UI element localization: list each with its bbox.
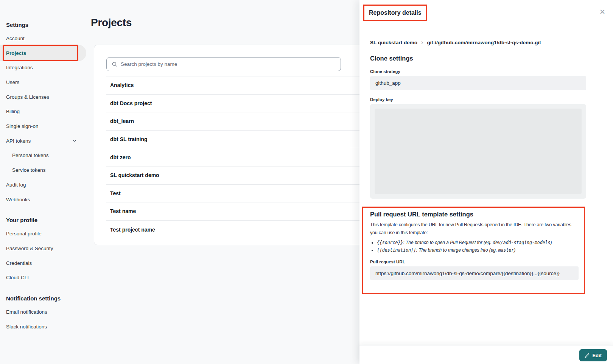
sidebar-item[interactable]: API tokens xyxy=(0,134,86,148)
pr-variable-text-end: ) xyxy=(514,247,515,253)
project-name: SL quickstart demo xyxy=(110,172,159,178)
sidebar-profile-list: Personal profile Password & Security Cre… xyxy=(0,226,91,285)
pr-variable-text: : The branch to merge changes into (eg. xyxy=(416,247,498,253)
clone-strategy-field[interactable]: github_app xyxy=(370,76,586,90)
deploy-key-textarea xyxy=(375,109,582,194)
sidebar-item[interactable]: Single sign-on xyxy=(0,119,86,134)
search-icon xyxy=(112,61,117,67)
pr-template-description: This template configures the URL for new… xyxy=(370,221,579,237)
pr-template-heading: Pull request URL template settings xyxy=(370,211,579,218)
sidebar-item[interactable]: Integrations xyxy=(0,61,86,75)
chevron-down-icon[interactable] xyxy=(72,138,77,143)
sidebar-item-label: Users xyxy=(6,79,19,85)
pr-url-label: Pull request URL xyxy=(370,260,579,264)
sidebar-item-label: Groups & Licenses xyxy=(6,94,49,100)
sidebar-item[interactable]: Service tokens xyxy=(0,163,86,177)
pr-variable-item: {{destination}}: The branch to merge cha… xyxy=(377,247,579,254)
sidebar-item-label: Slack notifications xyxy=(6,324,47,330)
pr-variable-list: {{source}}: The branch to open a Pull Re… xyxy=(370,240,579,254)
pr-variable-text-end: ) xyxy=(550,240,552,245)
pr-variable-item: {{source}}: The branch to open a Pull Re… xyxy=(377,240,579,246)
project-name: dbt Docs project xyxy=(110,100,152,106)
sidebar-item-label: Password & Security xyxy=(6,246,53,251)
sidebar-item[interactable]: Billing xyxy=(0,104,86,119)
project-name: Test project name xyxy=(110,227,155,233)
edit-button-label: Edit xyxy=(592,353,602,358)
pr-url-value: https://github.com/mirnawong1/db-sl-qs-d… xyxy=(375,271,560,276)
project-name: dbt zero xyxy=(110,154,131,160)
repository-details-panel: Repository details ✕ SL quickstart demo … xyxy=(359,0,613,364)
sidebar-notification-list: Email notifications Slack notifications xyxy=(0,305,91,334)
annotation-red-box-title: Repository details xyxy=(363,5,427,21)
annotation-red-box-pr-section: Pull request URL template settings This … xyxy=(362,207,585,294)
close-icon[interactable]: ✕ xyxy=(599,8,605,16)
pr-variable-example-code: master xyxy=(498,247,514,253)
sidebar-settings-list: Account Projects Integrations Users xyxy=(0,31,91,207)
sidebar-item-label: Webhooks xyxy=(6,197,30,202)
sidebar-item-label: Cloud CLI xyxy=(6,275,29,280)
sidebar-item-label: Projects xyxy=(6,50,26,56)
sidebar-item-label: API tokens xyxy=(6,138,31,144)
project-name: dbt SL training xyxy=(110,136,148,142)
sidebar-item-label: Single sign-on xyxy=(6,123,39,129)
panel-header: Repository details ✕ xyxy=(359,0,613,29)
pr-variable-text: : The branch to open a Pull Request for … xyxy=(403,240,493,245)
sidebar-item-label: Audit log xyxy=(6,182,26,188)
edit-button[interactable]: Edit xyxy=(579,349,607,361)
breadcrumb-project[interactable]: SL quickstart demo xyxy=(370,40,417,45)
panel-body: SL quickstart demo › git://github.com/mi… xyxy=(359,29,613,294)
sidebar-item[interactable]: Slack notifications xyxy=(0,319,86,334)
chevron-right-icon: › xyxy=(421,39,423,46)
pencil-icon xyxy=(585,353,590,358)
sidebar-item-label: Service tokens xyxy=(12,167,46,173)
pr-variable-code: {{destination}} xyxy=(377,247,416,253)
settings-sidebar: Settings Account Projects Integrations xyxy=(0,0,91,334)
deploy-key-field[interactable] xyxy=(370,104,586,199)
sidebar-settings-header: Settings xyxy=(0,20,91,30)
sidebar-item-label: Personal profile xyxy=(6,231,42,236)
pr-variable-example-code: dev/add-staging-models xyxy=(493,240,550,245)
project-name: Analytics xyxy=(110,82,134,88)
project-name: dbt_learn xyxy=(110,118,134,124)
sidebar-item[interactable]: Cloud CLI xyxy=(0,270,86,285)
breadcrumb-repo-url: git://github.com/mirnawong1/db-sl-qs-dem… xyxy=(427,40,541,45)
panel-footer: Edit xyxy=(359,345,613,364)
sidebar-item[interactable]: Users xyxy=(0,75,86,90)
sidebar-item[interactable]: Audit log xyxy=(0,177,86,192)
sidebar-item[interactable]: Account xyxy=(0,31,86,46)
sidebar-item[interactable]: Credentials xyxy=(0,256,86,271)
sidebar-item-label: Billing xyxy=(6,109,20,114)
pr-url-field[interactable]: https://github.com/mirnawong1/db-sl-qs-d… xyxy=(370,266,579,280)
sidebar-item[interactable]: Webhooks xyxy=(0,192,86,207)
search-input[interactable] xyxy=(121,61,341,67)
sidebar-item-label: Integrations xyxy=(6,65,33,70)
sidebar-notification-header: Notification settings xyxy=(0,293,91,303)
sidebar-item[interactable]: Personal tokens xyxy=(0,148,86,163)
sidebar-item[interactable]: Projects xyxy=(0,45,86,61)
project-name: Test xyxy=(110,190,121,196)
deploy-key-label: Deploy key xyxy=(370,97,586,102)
project-name: Test name xyxy=(110,208,136,214)
sidebar-item-label: Account xyxy=(6,36,25,41)
sidebar-item[interactable]: Groups & Licenses xyxy=(0,90,86,104)
sidebar-item-label: Personal tokens xyxy=(12,152,49,158)
clone-strategy-value: github_app xyxy=(375,80,401,86)
clone-settings-heading: Clone settings xyxy=(370,55,586,62)
sidebar-profile-header: Your profile xyxy=(0,215,91,225)
page-title: Projects xyxy=(91,17,132,29)
sidebar-item[interactable]: Password & Security xyxy=(0,241,86,256)
panel-title: Repository details xyxy=(369,9,422,16)
sidebar-item-label: Email notifications xyxy=(6,309,47,315)
breadcrumb: SL quickstart demo › git://github.com/mi… xyxy=(370,39,586,46)
pr-variable-code: {{source}} xyxy=(377,240,403,245)
sidebar-item[interactable]: Personal profile xyxy=(0,226,86,241)
clone-strategy-label: Clone strategy xyxy=(370,69,586,74)
sidebar-item-label: Credentials xyxy=(6,260,32,266)
project-search-box xyxy=(106,57,341,71)
sidebar-item[interactable]: Email notifications xyxy=(0,305,86,319)
